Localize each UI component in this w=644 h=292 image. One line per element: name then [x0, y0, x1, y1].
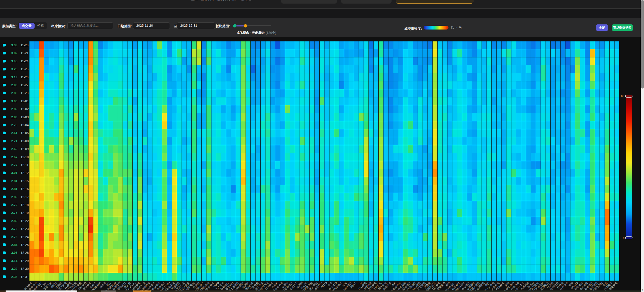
- svg-text:12-26: 12-26: [21, 251, 29, 255]
- svg-text:12-18: 12-18: [21, 203, 29, 207]
- svg-text:2.71: 2.71: [11, 139, 17, 143]
- svg-text:2.93: 2.93: [11, 83, 17, 87]
- svg-text:12-04: 12-04: [21, 123, 29, 127]
- svg-text:12-23: 12-23: [21, 227, 29, 231]
- svg-text:2.75: 2.75: [11, 235, 17, 239]
- svg-text:2.67: 2.67: [11, 155, 17, 159]
- svg-text:12-29: 12-29: [21, 259, 29, 263]
- svg-text:2.86: 2.86: [11, 91, 17, 95]
- svg-text:12-24: 12-24: [21, 235, 29, 239]
- svg-text:2.35: 2.35: [11, 275, 17, 279]
- svg-text:3.38: 3.38: [11, 43, 17, 47]
- svg-text:12-15: 12-15: [21, 179, 29, 183]
- svg-text:3.14: 3.14: [11, 259, 17, 263]
- svg-text:2.89: 2.89: [11, 107, 17, 111]
- svg-text:2.69: 2.69: [11, 147, 17, 151]
- svg-text:3.01: 3.01: [11, 171, 17, 175]
- svg-text:11-28: 11-28: [21, 91, 28, 95]
- svg-text:12-03: 12-03: [21, 115, 29, 119]
- svg-text:12-25: 12-25: [21, 243, 29, 247]
- svg-text:12-10: 12-10: [21, 155, 29, 159]
- svg-text:12-16: 12-16: [21, 187, 29, 191]
- svg-text:3.45: 3.45: [11, 60, 17, 63]
- svg-text:3.82: 3.82: [11, 51, 17, 55]
- svg-text:2.80: 2.80: [11, 219, 17, 223]
- svg-text:2.72: 2.72: [11, 203, 17, 207]
- svg-text:12-02: 12-02: [21, 107, 29, 111]
- svg-text:12-19: 12-19: [21, 211, 29, 215]
- svg-text:12-01: 12-01: [21, 99, 29, 103]
- svg-text:12-12: 12-12: [21, 171, 29, 175]
- svg-text:11-25: 11-25: [21, 67, 28, 71]
- svg-text:3.00: 3.00: [11, 99, 17, 103]
- svg-text:12-05: 12-05: [21, 131, 29, 135]
- svg-text:2.81: 2.81: [11, 179, 17, 183]
- svg-text:2.77: 2.77: [11, 163, 17, 167]
- svg-text:2.84: 2.84: [11, 243, 17, 247]
- svg-text:11-21: 11-21: [21, 51, 28, 55]
- svg-text:11-27: 11-27: [21, 83, 28, 87]
- svg-text:11-26: 11-26: [21, 76, 28, 79]
- svg-text:12-30: 12-30: [21, 267, 29, 271]
- svg-text:2.78: 2.78: [11, 227, 17, 231]
- svg-text:2.89: 2.89: [11, 195, 17, 199]
- svg-text:2.83: 2.83: [11, 115, 17, 119]
- svg-text:11-24: 11-24: [21, 60, 28, 63]
- svg-text:3.26: 3.26: [11, 67, 17, 71]
- svg-text:11-20: 11-20: [21, 43, 28, 47]
- svg-text:3.06: 3.06: [11, 251, 17, 255]
- svg-text:12-08: 12-08: [21, 139, 29, 143]
- svg-text:0: 0: [623, 237, 624, 240]
- svg-text:2.75: 2.75: [11, 211, 17, 215]
- svg-text:10: 10: [621, 95, 624, 97]
- svg-text:12-31: 12-31: [21, 275, 29, 279]
- svg-text:2.81: 2.81: [11, 187, 17, 191]
- svg-text:2.61: 2.61: [11, 131, 17, 135]
- svg-text:12-09: 12-09: [21, 147, 29, 151]
- svg-text:2.75: 2.75: [11, 123, 17, 127]
- svg-text:3.22: 3.22: [11, 267, 17, 271]
- svg-text:3.18: 3.18: [11, 76, 17, 79]
- svg-text:12-17: 12-17: [21, 195, 29, 199]
- svg-text:12-22: 12-22: [21, 219, 29, 223]
- svg-text:12-11: 12-11: [21, 163, 28, 167]
